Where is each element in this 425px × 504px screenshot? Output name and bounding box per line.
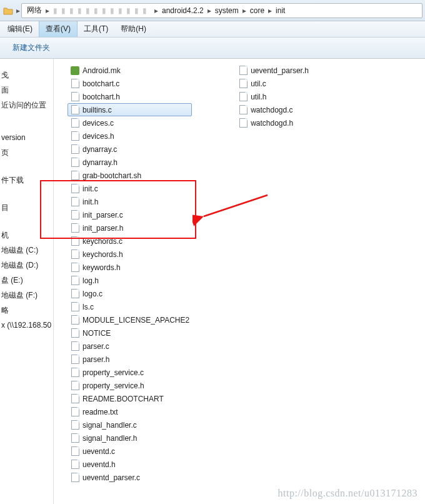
- sidebar-item[interactable]: 略: [0, 303, 53, 318]
- file-name: signal_handler.h: [82, 434, 137, 443]
- content-area: 戋 面 近访问的位置 version 页 件下载 目 机 地磁盘 (C:) 地磁…: [0, 59, 425, 504]
- document-icon: [70, 381, 80, 391]
- chevron-right-icon[interactable]: ▸: [241, 6, 248, 15]
- file-item[interactable]: watchdogd.h: [236, 116, 311, 129]
- file-item[interactable]: keychords.h: [68, 248, 192, 261]
- file-item[interactable]: dynarray.c: [68, 143, 192, 156]
- sidebar-item[interactable]: version: [0, 130, 53, 145]
- file-item[interactable]: NOTICE: [68, 326, 192, 340]
- file-item[interactable]: init_parser.c: [68, 208, 192, 221]
- chevron-right-icon[interactable]: ▸: [15, 6, 21, 15]
- file-item[interactable]: keychords.c: [68, 234, 192, 248]
- document-icon: [70, 236, 80, 246]
- sidebar-item[interactable]: 面: [0, 83, 53, 98]
- file-item[interactable]: bootchart.h: [68, 90, 192, 103]
- file-name: devices.h: [82, 132, 114, 141]
- sidebar-drive-e[interactable]: 盘 (E:): [0, 273, 53, 288]
- sidebar-drive-c[interactable]: 地磁盘 (C:): [0, 243, 53, 258]
- file-item[interactable]: grab-bootchart.sh: [68, 169, 192, 182]
- file-item[interactable]: log.h: [68, 274, 192, 287]
- file-item[interactable]: init.c: [68, 182, 192, 195]
- file-item[interactable]: property_service.h: [68, 379, 192, 392]
- file-item[interactable]: Android.mk: [68, 64, 192, 77]
- breadcrumb-network[interactable]: 网络: [24, 4, 44, 18]
- file-item[interactable]: util.h: [236, 90, 311, 103]
- file-item[interactable]: signal_handler.h: [68, 431, 192, 445]
- toolbar: 新建文件夹: [0, 38, 425, 59]
- file-item[interactable]: keywords.h: [68, 261, 192, 274]
- breadcrumb[interactable]: 网络 ▸ ▮▮▮▮▮▮▮▮▮▮▮▮ ▸ android4.2.2 ▸ syste…: [21, 3, 422, 18]
- file-item[interactable]: ueventd_parser.c: [68, 471, 192, 484]
- file-item[interactable]: ueventd.h: [68, 458, 192, 471]
- file-name: init.c: [82, 184, 98, 193]
- file-item[interactable]: logo.c: [68, 287, 192, 300]
- chevron-right-icon[interactable]: ▸: [153, 6, 159, 15]
- sidebar-network-drive[interactable]: x (\\192.168.50: [0, 318, 53, 333]
- file-item[interactable]: util.c: [236, 77, 311, 90]
- breadcrumb-item[interactable]: init: [273, 4, 288, 18]
- file-name: log.h: [82, 276, 99, 285]
- file-item[interactable]: watchdogd.c: [236, 103, 311, 116]
- file-item[interactable]: parser.h: [68, 353, 192, 366]
- file-item[interactable]: ueventd_parser.h: [236, 64, 311, 77]
- sidebar: 戋 面 近访问的位置 version 页 件下载 目 机 地磁盘 (C:) 地磁…: [0, 59, 54, 504]
- sidebar-item[interactable]: 目: [0, 200, 53, 215]
- file-item[interactable]: init.h: [68, 195, 192, 208]
- file-name: ueventd_parser.h: [251, 66, 309, 75]
- file-name: ueventd_parser.c: [82, 473, 140, 482]
- file-item[interactable]: devices.c: [68, 116, 192, 129]
- sidebar-item[interactable]: 戋: [0, 68, 53, 83]
- file-name: logo.c: [82, 290, 102, 298]
- breadcrumb-item[interactable]: system: [212, 4, 241, 18]
- menu-edit[interactable]: 编辑(E): [1, 21, 39, 37]
- sidebar-drive-d[interactable]: 地磁盘 (D:): [0, 258, 53, 273]
- file-item[interactable]: MODULE_LICENSE_APACHE2: [68, 313, 192, 326]
- file-item[interactable]: parser.c: [68, 340, 192, 353]
- file-item[interactable]: readme.txt: [68, 405, 192, 418]
- file-name: keychords.h: [82, 250, 123, 259]
- document-icon: [70, 276, 80, 286]
- mk-file-icon: [70, 66, 80, 76]
- file-column: ueventd_parser.hutil.cutil.hwatchdogd.cw…: [236, 64, 311, 484]
- file-item[interactable]: devices.h: [68, 129, 192, 143]
- sidebar-item-computer[interactable]: 机: [0, 228, 53, 243]
- document-icon: [70, 197, 80, 207]
- file-name: util.c: [251, 79, 266, 88]
- file-name: watchdogd.c: [251, 106, 292, 114]
- file-name: ls.c: [82, 303, 94, 311]
- breadcrumb-item[interactable]: core: [248, 4, 267, 18]
- chevron-right-icon[interactable]: ▸: [44, 6, 51, 15]
- file-pane[interactable]: Android.mkbootchart.cbootchart.hbuiltins…: [54, 59, 425, 504]
- chevron-right-icon[interactable]: ▸: [206, 6, 212, 15]
- file-item[interactable]: ueventd.c: [68, 445, 192, 458]
- menu-help[interactable]: 帮助(H): [114, 21, 152, 37]
- file-item[interactable]: signal_handler.c: [68, 418, 192, 431]
- file-item[interactable]: builtins.c: [68, 103, 192, 116]
- menu-tools[interactable]: 工具(T): [78, 21, 114, 37]
- folder-icon: [2, 5, 14, 16]
- file-item[interactable]: property_service.c: [68, 366, 192, 379]
- chevron-right-icon[interactable]: ▸: [267, 6, 273, 15]
- document-icon: [70, 394, 80, 404]
- sidebar-item-recent[interactable]: 近访问的位置: [0, 98, 53, 113]
- document-icon: [70, 368, 80, 378]
- document-icon: [70, 210, 80, 220]
- file-item[interactable]: README.BOOTCHART: [68, 392, 192, 405]
- new-folder-button[interactable]: 新建文件夹: [8, 40, 55, 56]
- menu-bar: 编辑(E) 查看(V) 工具(T) 帮助(H): [0, 21, 425, 38]
- file-name: watchdogd.h: [251, 119, 293, 128]
- file-name: bootchart.c: [82, 79, 119, 88]
- breadcrumb-item[interactable]: android4.2.2: [159, 4, 206, 18]
- sidebar-item-downloads[interactable]: 件下载: [0, 173, 53, 188]
- document-icon: [70, 446, 80, 456]
- sidebar-item[interactable]: 页: [0, 145, 53, 160]
- document-icon: [238, 105, 248, 115]
- file-item[interactable]: init_parser.h: [68, 221, 192, 234]
- breadcrumb-blur[interactable]: ▮▮▮▮▮▮▮▮▮▮▮▮: [51, 4, 153, 18]
- sidebar-drive-f[interactable]: 地磁盘 (F:): [0, 288, 53, 303]
- file-item[interactable]: ls.c: [68, 300, 192, 313]
- file-item[interactable]: bootchart.c: [68, 77, 192, 90]
- file-name: MODULE_LICENSE_APACHE2: [82, 316, 189, 325]
- menu-view[interactable]: 查看(V): [39, 21, 78, 37]
- file-item[interactable]: dynarray.h: [68, 156, 192, 169]
